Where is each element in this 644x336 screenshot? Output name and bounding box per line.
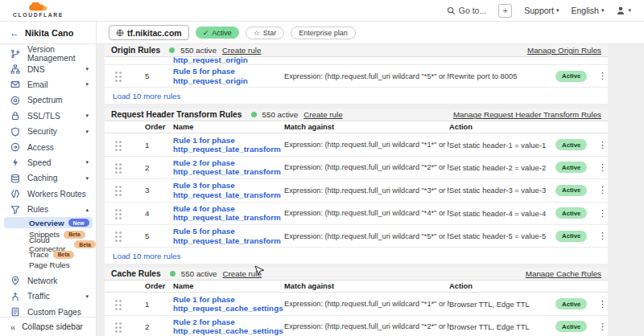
- zone-domain[interactable]: tf.nikitac.com: [109, 25, 189, 40]
- row-menu-button[interactable]: ⋮: [598, 208, 607, 219]
- row-menu-button[interactable]: ⋮: [598, 322, 607, 332]
- table-row: 2 Rule 2 for phase http_request_late_tra…: [105, 157, 608, 179]
- rule-match-expression: Expression: (http.request.full_uri wildc…: [284, 163, 449, 171]
- sidebar-item-spectrum[interactable]: Spectrum: [0, 92, 96, 108]
- beta-badge: Beta: [53, 251, 75, 259]
- sidebar-item-network[interactable]: Network: [0, 273, 96, 289]
- load-more-rules-link[interactable]: Load 10 more rules: [105, 248, 608, 264]
- chevron-down-icon: ▾: [85, 113, 89, 119]
- collapse-icon: «: [10, 322, 15, 332]
- sidebar-item-cloud-connector[interactable]: Cloud Connector Beta: [0, 240, 96, 250]
- sidebar-item-overview[interactable]: Overview New: [4, 217, 93, 228]
- collapse-sidebar-button[interactable]: « Collapse sidebar: [0, 317, 96, 336]
- rule-name-link[interactable]: Rule 1 for phase http_request_late_trans…: [173, 136, 284, 154]
- status-badge: Active: [555, 231, 587, 242]
- sidebar-item-page-rules[interactable]: Page Rules: [0, 260, 96, 270]
- row-menu-button[interactable]: ⋮: [598, 71, 607, 81]
- column-name: Name: [173, 282, 284, 290]
- drag-handle-icon[interactable]: [115, 141, 118, 143]
- section-request-header-transform-rules: Request Header Transform Rules 550 activ…: [105, 109, 608, 264]
- page-icon: [10, 307, 20, 317]
- create-rule-link[interactable]: Create rule: [303, 110, 342, 119]
- row-menu-button[interactable]: ⋮: [598, 162, 607, 173]
- main-content: Origin Rules 550 active Create rule Mana…: [97, 44, 644, 336]
- drag-handle-icon[interactable]: [115, 72, 118, 74]
- manage-cache-rules-link[interactable]: Manage Cache Rules: [526, 269, 601, 278]
- chevron-down-icon: ▾: [85, 81, 89, 88]
- rule-name-link[interactable]: Rule 3 for phase http_request_late_trans…: [173, 181, 284, 199]
- row-menu-button[interactable]: ⋮: [598, 140, 607, 150]
- user-menu[interactable]: ▾: [616, 6, 631, 15]
- sidebar-item-security[interactable]: Security ▾: [0, 124, 96, 139]
- chevron-down-icon: ▾: [85, 129, 89, 135]
- drag-handle-icon[interactable]: [115, 232, 118, 234]
- star-icon: ☆: [254, 29, 260, 37]
- account-name[interactable]: Nikita Cano: [25, 28, 74, 38]
- lock-icon: [10, 111, 20, 121]
- rule-order: 5: [145, 232, 173, 240]
- rule-name-link[interactable]: Rule 5 for phase http_request_origin: [173, 67, 284, 85]
- sidebar-item-email[interactable]: Email ▾: [0, 77, 96, 92]
- sidebar-item-version-management[interactable]: Version Management: [0, 46, 96, 61]
- sidebar-item-speed[interactable]: Speed ▾: [0, 155, 96, 170]
- row-menu-button[interactable]: ⋮: [598, 299, 607, 309]
- rule-name-link[interactable]: http_request_origin: [173, 57, 608, 64]
- sidebar-item-trace[interactable]: Trace Beta: [0, 249, 96, 260]
- pin-icon: [10, 276, 20, 285]
- support-menu[interactable]: Support ▾: [524, 6, 559, 15]
- back-arrow-icon[interactable]: ←: [10, 27, 19, 39]
- row-menu-button[interactable]: ⋮: [598, 185, 607, 195]
- chevron-down-icon: ▾: [601, 7, 605, 14]
- add-site-button[interactable]: +: [498, 4, 512, 18]
- sidebar-item-workers-routes[interactable]: Workers Routes: [0, 186, 96, 202]
- workers-icon: [10, 189, 20, 199]
- column-action: Action: [449, 123, 555, 131]
- drag-handle-icon[interactable]: [115, 300, 118, 302]
- section-title: Origin Rules: [111, 46, 160, 55]
- table-row: 1 Rule 1 for phase http_request_late_tra…: [105, 133, 608, 156]
- rule-name-link[interactable]: Rule 5 for phase http_request_late_trans…: [173, 227, 284, 245]
- sidebar-item-traffic[interactable]: Traffic ▾: [0, 289, 96, 304]
- rule-name-link[interactable]: Rule 2 for phase http_request_cache_sett…: [173, 318, 284, 336]
- rule-name-link[interactable]: Rule 4 for phase http_request_late_trans…: [173, 204, 284, 223]
- go-to-search[interactable]: Go to...: [447, 6, 486, 15]
- column-match-against: Match against: [284, 123, 449, 131]
- rule-action: Set static header-2 = value-2: [449, 163, 555, 172]
- table-row: 2 Rule 2 for phase http_request_cache_se…: [105, 316, 608, 336]
- drag-handle-icon[interactable]: [115, 186, 118, 188]
- sidebar-item-rules[interactable]: Rules ▴: [0, 202, 96, 217]
- rule-name-link[interactable]: Rule 1 for phase http_request_cache_sett…: [173, 295, 284, 313]
- cache-rules-header: Cache Rules 550 active Create rule Manag…: [105, 268, 608, 281]
- table-row: 4 Rule 4 for phase http_request_late_tra…: [105, 203, 608, 225]
- table-column-headers: Order Name Match against Action: [105, 281, 608, 293]
- rule-order: 5: [145, 72, 173, 80]
- create-rule-link[interactable]: Create rule: [222, 46, 261, 55]
- manage-request-header-transform-rules-link[interactable]: Manage Request Header Transform Rules: [453, 110, 601, 119]
- sidebar-item-caching[interactable]: Caching ▾: [0, 170, 96, 186]
- shield-icon: [10, 127, 20, 137]
- drag-handle-icon[interactable]: [115, 209, 118, 211]
- sidebar-item-dns[interactable]: DNS ▾: [0, 61, 96, 76]
- column-name: Name: [173, 123, 284, 131]
- rule-order: 3: [145, 186, 173, 195]
- rule-action: Rewrite port to 8005: [449, 72, 555, 80]
- status-dot-icon: [251, 112, 257, 117]
- database-icon: [10, 174, 20, 183]
- rule-name-link[interactable]: Rule 2 for phase http_request_late_trans…: [173, 158, 284, 177]
- star-button[interactable]: ☆ Star: [246, 27, 285, 39]
- drag-handle-icon[interactable]: [115, 163, 118, 166]
- cloudflare-wordmark: CLOUDFLARE: [13, 13, 64, 18]
- cloudflare-logo[interactable]: CLOUDFLARE: [13, 2, 64, 18]
- active-count: 550 active: [262, 110, 299, 119]
- rule-order: 2: [145, 322, 173, 331]
- language-menu[interactable]: English ▾: [572, 6, 605, 15]
- load-more-rules-link[interactable]: Load 10 more rules: [105, 88, 608, 104]
- chevron-down-icon: ▾: [85, 66, 89, 72]
- manage-origin-rules-link[interactable]: Manage Origin Rules: [527, 46, 601, 55]
- drag-handle-icon[interactable]: [115, 322, 118, 325]
- sidebar-item-access[interactable]: Access: [0, 139, 96, 154]
- row-menu-button[interactable]: ⋮: [598, 231, 607, 241]
- section-title: Cache Rules: [111, 269, 161, 278]
- status-dot-icon: [169, 47, 175, 53]
- sidebar-item-ssl-tls[interactable]: SSL/TLS ▾: [0, 109, 96, 124]
